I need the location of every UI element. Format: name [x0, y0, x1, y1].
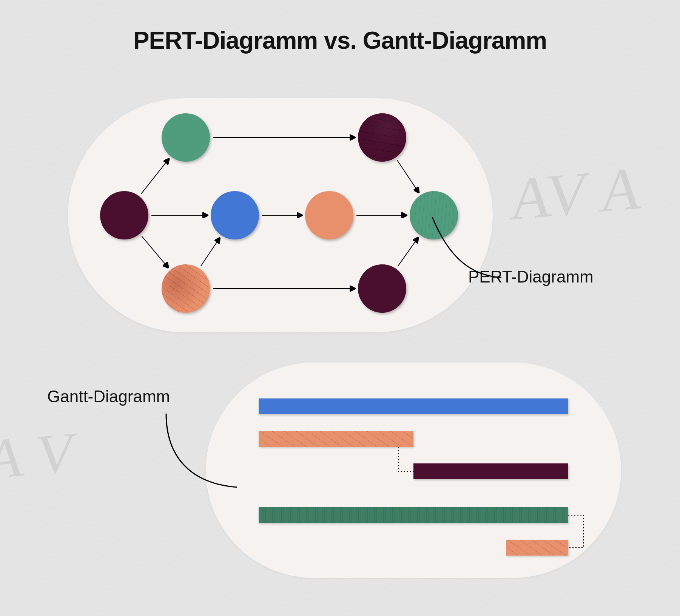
pert-node-f — [358, 113, 406, 162]
gantt-bar-3 — [413, 463, 568, 479]
page-title: PERT-Diagramm vs. Gantt-Diagramm — [0, 26, 680, 54]
bg-texture: AV A — [508, 153, 645, 235]
pert-node-a — [100, 191, 148, 239]
pert-panel — [68, 98, 493, 332]
svg-line-8 — [397, 160, 419, 193]
bg-texture: A V — [0, 419, 78, 492]
svg-line-0 — [141, 159, 169, 194]
svg-line-9 — [398, 238, 418, 266]
gantt-bar-5 — [506, 540, 568, 556]
gantt-panel — [206, 363, 621, 578]
pert-node-b — [162, 113, 210, 162]
pert-label: PERT-Diagramm — [468, 267, 594, 286]
svg-line-2 — [142, 236, 168, 268]
pert-node-e — [305, 191, 353, 239]
pert-node-g — [358, 264, 406, 313]
pert-node-d — [162, 264, 210, 313]
gantt-bar-4 — [259, 507, 568, 523]
gantt-label: Gantt-Diagramm — [47, 387, 170, 406]
pert-node-h — [410, 191, 458, 239]
gantt-bar-1 — [259, 398, 568, 414]
gantt-bar-2 — [259, 431, 413, 447]
pert-node-c — [211, 191, 259, 239]
svg-line-5 — [201, 238, 220, 266]
